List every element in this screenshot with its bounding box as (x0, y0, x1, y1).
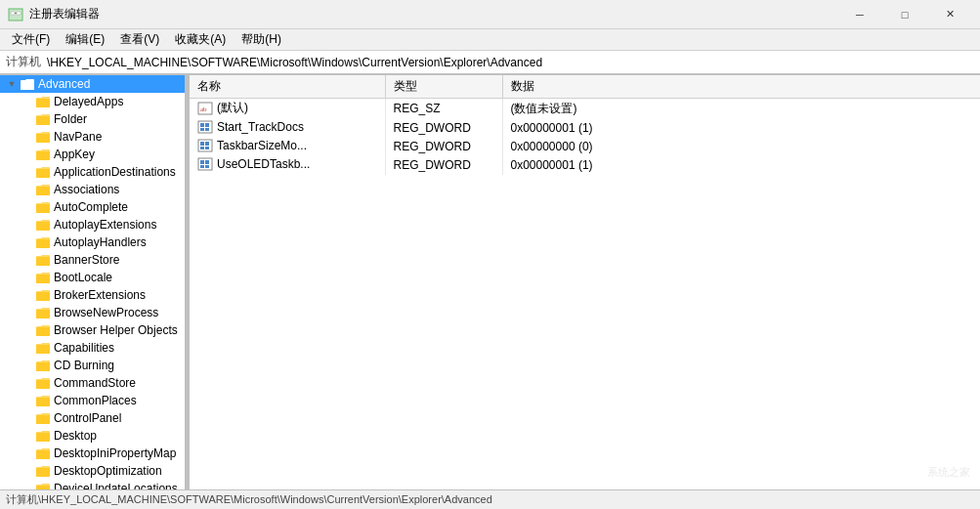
val-icon-0: ab (默认) (197, 100, 248, 116)
svg-text:ab: ab (200, 106, 207, 113)
folder-icon-desktop (35, 429, 51, 443)
tree-item-associations[interactable]: Associations (0, 181, 185, 198)
tree-item-desktopinimap[interactable]: DesktopIniPropertyMap (0, 445, 185, 462)
val-icon-1: Start_TrackDocs (197, 120, 304, 134)
value-name-0: ab (默认) (190, 99, 385, 119)
value-name-2: TaskbarSizeMo... (190, 138, 385, 156)
tree-item-bootlocale[interactable]: BootLocale (0, 269, 185, 286)
tree-label-browsenewprocess: BrowseNewProcess (54, 306, 158, 319)
dword-icon (197, 120, 213, 134)
tree-label-desktopinimap: DesktopIniPropertyMap (54, 446, 176, 460)
col-type[interactable]: 类型 (385, 75, 502, 99)
tree-panel[interactable]: ▼ Advanced DelayedApps (0, 75, 186, 489)
val-icon-2: TaskbarSizeMo... (197, 139, 307, 152)
svg-rect-17 (200, 160, 204, 164)
tree-item-deviceupdateloc[interactable]: DeviceUpdateLocations (0, 480, 185, 489)
tree-item-bannerstore[interactable]: BannerStore (0, 251, 185, 269)
tree-item-desktopopt[interactable]: DesktopOptimization (0, 462, 185, 480)
svg-rect-2 (17, 12, 21, 15)
svg-rect-14 (200, 147, 204, 149)
main-content: ▼ Advanced DelayedApps (0, 74, 980, 489)
maximize-button[interactable]: □ (882, 0, 927, 29)
folder-icon-controlpanel (35, 411, 51, 425)
expand-arrow-empty (20, 94, 35, 109)
folder-icon-appkey (35, 148, 51, 161)
title-bar-left: 注册表编辑器 (8, 6, 100, 22)
table-row[interactable]: Start_TrackDocs REG_DWORD 0x00000001 (1) (190, 119, 980, 138)
menu-favorites[interactable]: 收藏夹(A) (167, 29, 234, 50)
tree-label-cdburning: CD Burning (54, 359, 114, 372)
tree-label-autoplayext: AutoplayExtensions (54, 218, 156, 232)
window-controls: ─ □ ✕ (837, 0, 972, 29)
folder-icon-capabilities (35, 341, 51, 355)
tree-item-commonplaces[interactable]: CommonPlaces (0, 392, 185, 409)
svg-rect-9 (200, 128, 204, 131)
tree-label-appkey: AppKey (54, 148, 95, 161)
tree-item-autoplayhandlers[interactable]: AutoplayHandlers (0, 233, 185, 251)
tree-item-controlpanel[interactable]: ControlPanel (0, 409, 185, 427)
values-table: 名称 类型 数据 ab (默认) (190, 75, 980, 175)
tree-label-folder: Folder (54, 112, 87, 126)
value-data-0: (数值未设置) (502, 99, 980, 119)
tree-label-associations: Associations (54, 183, 119, 196)
tree-label-autocomplete: AutoComplete (54, 200, 128, 214)
svg-rect-1 (11, 12, 15, 15)
tree-item-brokerext[interactable]: BrokerExtensions (0, 286, 185, 304)
tree-item-delayedapps[interactable]: DelayedApps (0, 93, 185, 110)
tree-item-appkey[interactable]: AppKey (0, 146, 185, 163)
tree-item-capabilities[interactable]: Capabilities (0, 339, 185, 357)
menu-help[interactable]: 帮助(H) (234, 29, 289, 50)
menu-bar: 文件(F) 编辑(E) 查看(V) 收藏夹(A) 帮助(H) (0, 29, 980, 51)
col-name[interactable]: 名称 (190, 75, 385, 99)
folder-icon-browsenewprocess (35, 306, 51, 319)
value-data-1: 0x00000001 (1) (502, 119, 980, 138)
folder-icon-cdburning (35, 359, 51, 372)
tree-label-appdest: ApplicationDestinations (54, 165, 176, 179)
folder-icon-advanced (20, 77, 35, 91)
tree-item-desktop[interactable]: Desktop (0, 427, 185, 445)
svg-rect-13 (205, 142, 209, 146)
svg-rect-18 (205, 160, 209, 164)
tree-label-commandstore: CommandStore (54, 376, 136, 390)
folder-icon-autoplayhandlers (35, 235, 51, 249)
col-data[interactable]: 数据 (502, 75, 980, 99)
app-icon (8, 7, 23, 22)
tree-item-appdest[interactable]: ApplicationDestinations (0, 163, 185, 181)
svg-rect-19 (200, 165, 204, 168)
folder-icon-deviceupdateloc (35, 482, 51, 489)
sz-icon: ab (197, 102, 213, 115)
folder-icon-appdest (35, 165, 51, 179)
dword-icon-2 (197, 139, 213, 152)
folder-icon-desktopinimap (35, 446, 51, 460)
expand-arrow-appkey (20, 147, 35, 162)
table-row[interactable]: UseOLEDTaskb... REG_DWORD 0x00000001 (1) (190, 156, 980, 175)
value-type-3: REG_DWORD (385, 156, 502, 175)
tree-label-desktopopt: DesktopOptimization (54, 464, 162, 478)
folder-icon-bannerstore (35, 253, 51, 267)
menu-file[interactable]: 文件(F) (4, 29, 58, 50)
tree-item-bho[interactable]: Browser Helper Objects (0, 321, 185, 339)
table-row[interactable]: ab (默认) REG_SZ (数值未设置) (190, 99, 980, 119)
tree-item-autocomplete[interactable]: AutoComplete (0, 198, 185, 216)
minimize-button[interactable]: ─ (837, 0, 882, 29)
tree-item-browsenewprocess[interactable]: BrowseNewProcess (0, 304, 185, 321)
tree-item-navpane[interactable]: NavPane (0, 128, 185, 146)
menu-view[interactable]: 查看(V) (112, 29, 167, 50)
close-button[interactable]: ✕ (927, 0, 972, 29)
tree-item-autoplayext[interactable]: AutoplayExtensions (0, 216, 185, 233)
menu-edit[interactable]: 编辑(E) (58, 29, 112, 50)
address-path: \HKEY_LOCAL_MACHINE\SOFTWARE\Microsoft\W… (47, 56, 542, 69)
tree-item-cdburning[interactable]: CD Burning (0, 357, 185, 374)
tree-item-commandstore[interactable]: CommandStore (0, 374, 185, 392)
tree-item-folder[interactable]: Folder (0, 110, 185, 128)
table-row[interactable]: TaskbarSizeMo... REG_DWORD 0x00000000 (0… (190, 138, 980, 156)
address-bar: 计算机 \HKEY_LOCAL_MACHINE\SOFTWARE\Microso… (0, 51, 980, 74)
svg-rect-12 (200, 142, 204, 146)
tree-label-deviceupdateloc: DeviceUpdateLocations (54, 482, 178, 489)
value-name-1: Start_TrackDocs (190, 119, 385, 138)
svg-rect-15 (205, 147, 209, 149)
tree-item-advanced[interactable]: ▼ Advanced (0, 75, 185, 93)
folder-icon-navpane (35, 130, 51, 144)
value-data-2: 0x00000000 (0) (502, 138, 980, 156)
values-panel: 名称 类型 数据 ab (默认) (190, 75, 980, 489)
